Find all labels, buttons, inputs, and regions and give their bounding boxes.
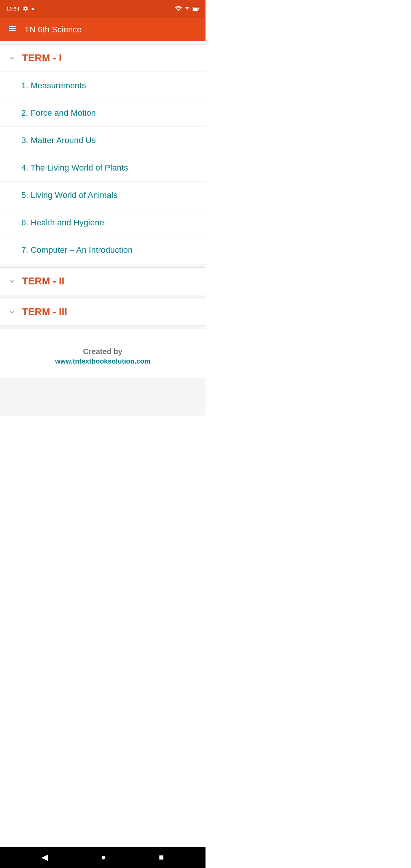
term-3-header[interactable]: TERM - III [0,298,206,326]
term-1-header[interactable]: TERM - I [0,44,206,72]
chapter-4-text: 4. The Living World of Plants [21,163,128,173]
term-1-chapter-list: 1. Measurements 2. Force and Motion 3. M… [0,72,206,264]
chapter-6-item[interactable]: 6. Health and Hygiene [0,209,206,236]
app-bar: TN 6th Science [0,18,206,41]
footer-created-by: Created by [8,347,198,356]
status-bar: 12:54 [0,0,206,18]
chapter-6-text: 6. Health and Hygiene [21,218,104,228]
svg-rect-2 [198,8,199,10]
chapter-2-text: 2. Force and Motion [21,108,96,118]
footer-link[interactable]: www.tntextbooksolution.com [8,357,198,365]
wifi-icon [175,6,182,13]
term-3-chevron-down-icon [8,308,16,316]
settings-icon [22,6,29,13]
footer: Created by www.tntextbooksolution.com [0,329,206,378]
chapter-7-text: 7. Computer – An Introduction [21,245,132,255]
term-2-chevron-down-icon [8,277,16,286]
term-2-header[interactable]: TERM - II [0,267,206,295]
chapter-1-text: 1. Measurements [21,81,86,91]
notification-dot [32,8,34,10]
term-1-section: TERM - I 1. Measurements 2. Force and Mo… [0,44,206,264]
chapter-4-item[interactable]: 4. The Living World of Plants [0,154,206,182]
chapter-5-item[interactable]: 5. Living World of Animals [0,182,206,209]
chapter-3-text: 3. Matter Around Us [21,136,96,145]
status-right [175,6,199,13]
signal-icon [184,6,190,13]
status-left: 12:54 [6,6,34,13]
term-2-section: TERM - II [0,267,206,295]
main-content: TERM - I 1. Measurements 2. Force and Mo… [0,44,206,416]
chapter-7-item[interactable]: 7. Computer – An Introduction [0,236,206,264]
svg-rect-1 [193,7,198,10]
chapter-3-item[interactable]: 3. Matter Around Us [0,127,206,154]
term-1-label: TERM - I [22,52,62,64]
app-title: TN 6th Science [24,25,81,35]
term-3-label: TERM - III [22,306,67,318]
chapter-1-item[interactable]: 1. Measurements [0,72,206,99]
battery-icon [193,6,199,13]
chapter-5-text: 5. Living World of Animals [21,190,118,200]
term-3-section: TERM - III [0,298,206,326]
chapter-2-item[interactable]: 2. Force and Motion [0,99,206,127]
time-display: 12:54 [6,6,19,12]
term-1-chevron-up-icon [8,54,16,62]
hamburger-menu-button[interactable] [6,22,18,37]
term-2-label: TERM - II [22,275,64,287]
